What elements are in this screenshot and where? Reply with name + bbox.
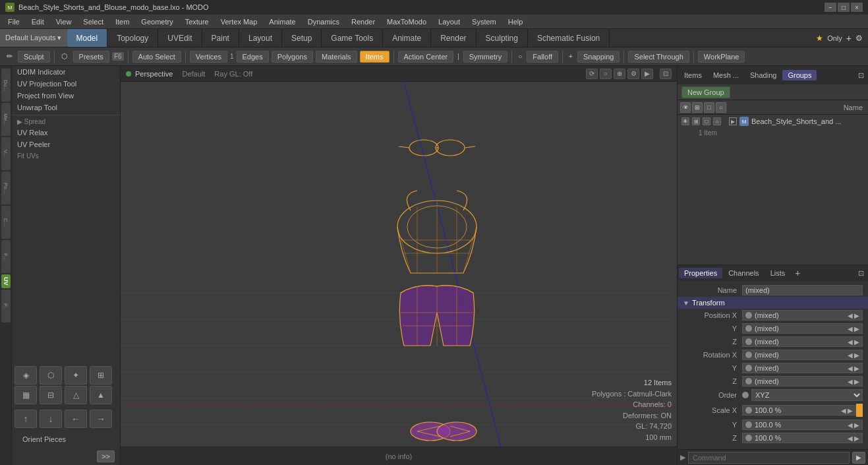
items-row-eye[interactable]: 👁: [681, 117, 689, 125]
scale-y-left-arrow[interactable]: ◀: [848, 421, 853, 429]
scene-area[interactable]: X Y Z 12 Items Polygons : Catmull-Clark …: [121, 82, 677, 447]
prop-scale-y-value[interactable]: 100.0 % ◀ ▶: [742, 419, 863, 430]
props-add-button[interactable]: +: [791, 266, 804, 280]
edge-tab-6[interactable]: F...: [1, 240, 11, 273]
items-panel-expand-icon[interactable]: ⊡: [855, 70, 867, 81]
tab-animate[interactable]: Animate: [383, 29, 431, 47]
more-tools-button[interactable]: >>: [97, 450, 115, 462]
edge-tab-3[interactable]: V...: [1, 137, 11, 170]
edge-tab-5[interactable]: C...: [1, 206, 11, 239]
viewport-icon-rotate[interactable]: ⟳: [586, 69, 598, 79]
auto-select-button[interactable]: Auto Select: [132, 51, 181, 63]
rot-x-right-arrow[interactable]: ▶: [854, 352, 859, 359]
prop-scale-x-value[interactable]: 100.0 % ◀ ▶: [742, 405, 856, 416]
tool-icon-3[interactable]: ✦: [65, 366, 87, 385]
scale-y-right-arrow[interactable]: ▶: [854, 421, 859, 429]
menu-animate[interactable]: Animate: [264, 16, 301, 27]
menu-file[interactable]: File: [3, 16, 25, 27]
items-row-grid[interactable]: ⊞: [692, 117, 700, 125]
command-input[interactable]: [688, 452, 850, 464]
tool-icon-4[interactable]: ⊞: [90, 366, 112, 385]
tab-game-tools[interactable]: Game Tools: [322, 29, 383, 47]
edges-button[interactable]: Edges: [237, 51, 269, 63]
titlebar-controls[interactable]: − □ ×: [825, 3, 863, 12]
tool-project-from-view[interactable]: Project from View: [12, 90, 120, 102]
menu-item[interactable]: Item: [110, 16, 134, 27]
order-select[interactable]: XYZ XZY YXZ YZX ZXY ZYX: [751, 389, 863, 401]
items-icon-grid[interactable]: ⊞: [692, 102, 703, 113]
viewport-expand-icon[interactable]: ⊡: [660, 69, 672, 79]
tool-uv-relax[interactable]: UV Relax: [12, 127, 120, 139]
props-expand-icon[interactable]: ⊡: [855, 268, 867, 279]
item-group-expand-icon[interactable]: ▶: [729, 117, 737, 125]
items-button[interactable]: Items: [360, 51, 390, 63]
pos-z-right-arrow[interactable]: ▶: [854, 338, 859, 346]
prop-rot-y-value[interactable]: (mixed) ◀ ▶: [742, 363, 863, 373]
prop-pos-z-value[interactable]: (mixed) ◀ ▶: [742, 336, 863, 347]
menu-texture[interactable]: Texture: [180, 16, 214, 27]
items-row-sq[interactable]: □: [703, 117, 710, 125]
rot-z-right-arrow[interactable]: ▶: [854, 378, 859, 385]
tab-sculpting[interactable]: Sculpting: [477, 29, 528, 47]
edge-tab-7[interactable]: F.: [1, 290, 11, 323]
prop-rot-x-value[interactable]: (mixed) ◀ ▶: [742, 350, 863, 360]
edge-tab-1[interactable]: Du...: [1, 69, 11, 102]
tab-render[interactable]: Render: [431, 29, 476, 47]
settings-icon[interactable]: ⚙: [855, 34, 863, 43]
viewport-icon-zoom[interactable]: ○: [600, 69, 612, 79]
tab-shading[interactable]: Shading: [745, 70, 782, 80]
tab-groups[interactable]: Groups: [782, 70, 817, 80]
tool-icon-1[interactable]: ◈: [14, 366, 37, 385]
polygons-button[interactable]: Polygons: [272, 51, 313, 63]
tab-lists[interactable]: Lists: [765, 268, 791, 278]
tab-model[interactable]: Model: [67, 29, 108, 47]
tab-topology[interactable]: Topology: [107, 29, 158, 47]
falloff-button[interactable]: Falloff: [527, 51, 558, 63]
uv-edge-tab[interactable]: UV: [1, 274, 11, 288]
menu-select[interactable]: Select: [78, 16, 109, 27]
scale-x-right-arrow[interactable]: ▶: [848, 407, 853, 414]
symmetry-button[interactable]: Symmetry: [463, 51, 508, 63]
rot-y-left-arrow[interactable]: ◀: [848, 365, 853, 372]
pos-x-left-arrow[interactable]: ◀: [848, 312, 853, 319]
layouts-dropdown-button[interactable]: Default Layouts ▾: [0, 29, 67, 47]
prop-rot-z-value[interactable]: (mixed) ◀ ▶: [742, 376, 863, 387]
tool-orient-pieces[interactable]: Orient Pieces: [17, 433, 115, 445]
item-row-group[interactable]: 👁 ⊞ □ ○ ▶ M Beach_Style_Shorts_and ...: [678, 115, 868, 128]
tool-udim-indicator[interactable]: UDIM Indicator: [12, 66, 120, 78]
menu-edit[interactable]: Edit: [26, 16, 49, 27]
prop-pos-y-value[interactable]: (mixed) ◀ ▶: [742, 323, 863, 334]
tool-icon-6[interactable]: ⊟: [40, 386, 62, 404]
tab-properties[interactable]: Properties: [679, 268, 722, 278]
tool-uv-peeler[interactable]: UV Peeler: [12, 139, 120, 150]
pos-x-right-arrow[interactable]: ▶: [854, 312, 859, 319]
viewport-icon-pan[interactable]: ⊕: [614, 69, 625, 79]
prop-name-value[interactable]: (mixed): [742, 285, 863, 295]
tab-schematic-fusion[interactable]: Schematic Fusion: [528, 29, 610, 47]
menu-render[interactable]: Render: [346, 16, 380, 27]
menu-dynamics[interactable]: Dynamics: [303, 16, 345, 27]
tool-unwrap[interactable]: Unwrap Tool: [12, 102, 120, 113]
edge-tab-4[interactable]: Po...: [1, 171, 11, 204]
viewport-icon-settings[interactable]: ⚙: [627, 69, 639, 79]
presets-button[interactable]: Presets: [73, 51, 109, 63]
arrow-up-button[interactable]: ↑: [14, 410, 37, 428]
tool-fit-uvs[interactable]: Fit UVs: [12, 150, 120, 162]
items-icon-eye[interactable]: 👁: [680, 102, 691, 113]
pos-y-right-arrow[interactable]: ▶: [854, 325, 859, 332]
command-run-button[interactable]: ▶: [852, 452, 865, 464]
items-icon-square[interactable]: □: [704, 102, 714, 113]
tool-uv-projection[interactable]: UV Projection Tool: [12, 78, 120, 90]
tab-channels[interactable]: Channels: [723, 268, 764, 278]
items-icon-circle[interactable]: ○: [716, 102, 726, 113]
viewport-icon-play[interactable]: ▶: [641, 69, 653, 79]
prop-scale-z-value[interactable]: 100.0 % ◀ ▶: [742, 433, 863, 443]
tab-setup[interactable]: Setup: [282, 29, 322, 47]
rot-z-left-arrow[interactable]: ◀: [848, 378, 853, 385]
new-group-button[interactable]: New Group: [681, 86, 730, 98]
scale-x-left-arrow[interactable]: ◀: [841, 407, 846, 414]
menu-help[interactable]: Help: [503, 16, 529, 27]
select-through-button[interactable]: Select Through: [628, 51, 689, 63]
tab-mesh[interactable]: Mesh ...: [708, 70, 744, 80]
sculpt-button[interactable]: Sculpt: [18, 51, 50, 63]
